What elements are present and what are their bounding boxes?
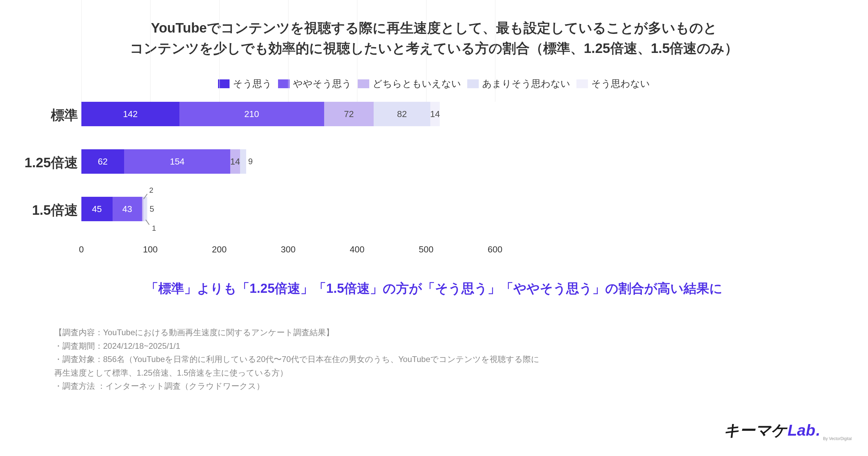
meta-line: ・調査対象：856名（YouTubeを日常的に利用している20代〜70代で日本在…: [54, 353, 539, 366]
chart-title-line1: YouTubeでコンテンツを視聴する際に再生速度として、最も設定していることが多…: [0, 18, 868, 38]
category-label-125x: 1.25倍速: [3, 153, 78, 172]
bar-segment: 45: [81, 197, 113, 221]
bar-value-label: 82: [397, 109, 407, 119]
gridline: [495, 0, 495, 102]
category-label-standard: 標準: [3, 106, 78, 125]
bar-value-label: 210: [244, 109, 259, 119]
callout-label: 2: [149, 186, 153, 194]
bar-value-label: 43: [122, 204, 132, 214]
chart-title: YouTubeでコンテンツを視聴する際に再生速度として、最も設定していることが多…: [0, 18, 868, 58]
gridline: [81, 0, 82, 102]
logo-subtext: By VectorDigital: [823, 436, 852, 441]
bar-segment: 82: [374, 102, 430, 126]
bar-value-label: 72: [344, 109, 354, 119]
bar-value-label: 5: [150, 197, 154, 221]
x-tick: 300: [281, 244, 295, 255]
bar-standard: 142210728214: [81, 102, 440, 126]
bar-125x: 62154149: [81, 149, 253, 174]
bar-value-label: 154: [170, 156, 184, 167]
conclusion-text: 「標準」よりも「1.25倍速」「1.5倍速」の方が「そう思う」「ややそう思う」の…: [0, 280, 868, 297]
legend-item-4: あまりそう思わない: [467, 77, 570, 90]
legend-swatch-4: [467, 79, 479, 88]
gridline: [288, 0, 289, 102]
callout-r2-s5: 1: [152, 224, 156, 233]
legend-swatch-5: [576, 79, 588, 88]
x-tick: 100: [143, 244, 158, 255]
legend-label-4: あまりそう思わない: [482, 77, 570, 90]
legend-label-5: そう思わない: [591, 77, 650, 90]
bar-segment: 14: [430, 102, 440, 126]
bar-segment: 14: [230, 149, 240, 174]
legend-item-2: ややそう思う: [278, 77, 352, 90]
bar-15x: 45435: [81, 197, 154, 221]
logo-dot: .: [816, 421, 821, 439]
legend-label-2: ややそう思う: [293, 77, 352, 90]
bar-segment: 62: [81, 149, 124, 174]
bar-segment: [240, 149, 246, 174]
x-tick: 200: [212, 244, 226, 255]
legend-item-1: そう思う: [218, 77, 272, 90]
legend: そう思う ややそう思う どちらともいえない あまりそう思わない そう思わない: [0, 77, 868, 90]
meta-line: ・調査期間：2024/12/18~2025/1/1: [54, 339, 539, 353]
legend-swatch-3: [358, 79, 369, 88]
legend-item-5: そう思わない: [576, 77, 650, 90]
bar-value-label: 62: [98, 156, 108, 167]
gridline: [150, 0, 151, 102]
bar-segment: 72: [324, 102, 374, 126]
bar-segment: 142: [81, 102, 179, 126]
callout-r2-s3: 2: [149, 186, 153, 195]
x-tick: 500: [419, 244, 433, 255]
bar-value-label: 14: [230, 156, 240, 167]
chart-plot-area: 標準 142210728214 1.25倍速 62154149 1.5倍速 45…: [81, 102, 495, 244]
bar-value-label: 9: [248, 149, 253, 174]
logo-text-2: Lab: [788, 421, 815, 439]
legend-swatch-2: [278, 79, 290, 88]
x-tick: 400: [350, 244, 364, 255]
legend-swatch-1: [218, 79, 230, 88]
bar-segment: 210: [179, 102, 324, 126]
brand-logo: キーマケLab. By VectorDigital: [724, 420, 852, 441]
chart-title-line2: コンテンツを少しでも効率的に視聴したいと考えている方の割合（標準、1.25倍速、…: [0, 38, 868, 58]
meta-line: 再生速度として標準、1.25倍速、1.5倍速を主に使っている方）: [54, 366, 539, 380]
survey-meta: 【調査内容：YouTubeにおける動画再生速度に関するアンケート調査結果】 ・調…: [54, 326, 539, 393]
bar-segment: 154: [124, 149, 230, 174]
x-tick: 600: [488, 244, 502, 255]
legend-label-1: そう思う: [233, 77, 272, 90]
legend-label-3: どちらともいえない: [373, 77, 461, 90]
x-tick: 0: [79, 244, 84, 255]
bar-segment: 43: [113, 197, 142, 221]
category-label-15x: 1.5倍速: [3, 201, 78, 220]
bar-value-label: 14: [430, 109, 440, 119]
legend-item-3: どちらともいえない: [358, 77, 461, 90]
logo-text-1: キーマケ: [724, 420, 787, 441]
bar-value-label: 142: [123, 109, 138, 119]
bar-segment: [143, 197, 147, 221]
meta-line: ・調査方法 ：インターネット調査（クラウドワークス）: [54, 379, 539, 393]
meta-line: 【調査内容：YouTubeにおける動画再生速度に関するアンケート調査結果】: [54, 326, 539, 339]
gridline: [219, 0, 220, 102]
bar-value-label: 45: [92, 204, 102, 214]
gridline: [357, 0, 357, 102]
callout-label: 1: [152, 224, 156, 232]
gridline: [426, 0, 427, 102]
bar-segment: [147, 197, 147, 221]
